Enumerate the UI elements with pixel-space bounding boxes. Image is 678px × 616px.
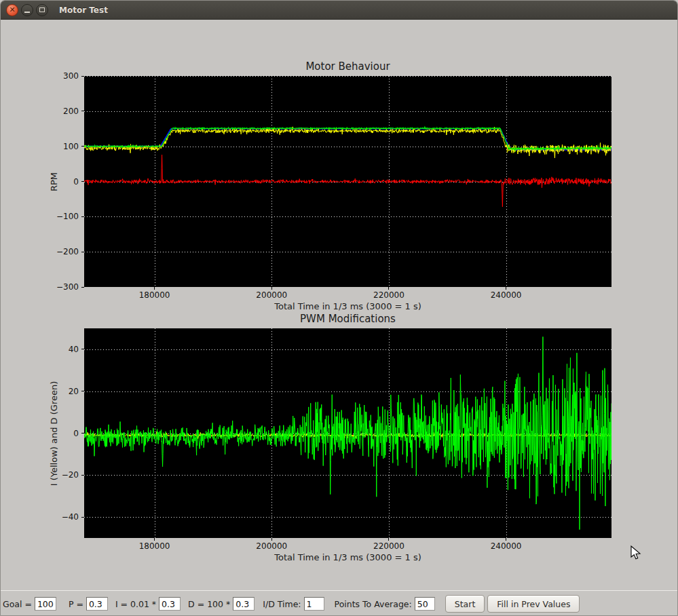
app-window: ✕ Motor Test Motor Behaviour RPM Total T…	[0, 0, 678, 616]
x-axis-label: Total Time in 1/3 ms (3000 = 1 s)	[274, 301, 421, 311]
y-tick-label: −40	[62, 512, 79, 522]
fill-prev-values-button[interactable]: Fill in Prev Values	[487, 595, 580, 613]
y-axis-label: RPM	[49, 172, 59, 191]
y-axis-label: I (Yellow) and D (Green)	[49, 381, 59, 486]
x-tick-label: 220000	[373, 290, 404, 300]
y-tick-mark	[81, 76, 84, 77]
y-tick-label: 300	[63, 71, 79, 81]
x-tick-mark	[506, 287, 506, 290]
id-time-label: I/D Time:	[263, 599, 301, 609]
d-input[interactable]	[233, 597, 255, 611]
y-tick-label: 200	[63, 107, 79, 116]
y-tick-label: 0	[73, 177, 79, 187]
x-tick-mark	[271, 538, 272, 541]
id-time-input[interactable]	[304, 597, 324, 611]
d-label: D = 100 *	[188, 599, 230, 609]
title-bar[interactable]: ✕ Motor Test	[1, 1, 677, 20]
x-tick-label: 200000	[256, 541, 287, 551]
y-tick-mark	[81, 111, 84, 111]
control-bar: Goal = P = I = 0.01 * D = 100 * I/D Time…	[1, 590, 677, 616]
y-tick-mark	[81, 216, 84, 217]
x-tick-label: 240000	[491, 541, 522, 551]
pwm-modifications-chart: PWM Modifications I (Yellow) and D (Gree…	[84, 328, 611, 538]
y-tick-label: 20	[69, 387, 79, 396]
close-icon: ✕	[9, 6, 15, 14]
y-tick-mark	[81, 475, 84, 476]
i-input[interactable]	[159, 597, 181, 611]
x-tick-mark	[154, 287, 155, 290]
points-to-average-label: Points To Average:	[335, 599, 412, 609]
y-tick-label: −20	[62, 470, 79, 480]
p-label: P =	[69, 599, 83, 609]
x-tick-label: 180000	[139, 541, 170, 551]
minimize-button[interactable]	[21, 4, 33, 16]
start-button[interactable]: Start	[445, 595, 485, 613]
y-tick-mark	[81, 517, 84, 518]
x-tick-label: 240000	[491, 290, 522, 300]
y-tick-mark	[81, 252, 84, 252]
x-tick-mark	[388, 538, 389, 541]
chart-title: PWM Modifications	[300, 313, 396, 325]
motor-behaviour-chart: Motor Behaviour RPM Total Time in 1/3 ms…	[84, 76, 611, 287]
y-tick-mark	[81, 146, 84, 147]
goal-input[interactable]	[35, 597, 56, 611]
y-tick-label: 40	[69, 345, 79, 354]
x-tick-mark	[506, 538, 506, 541]
y-tick-label: 100	[63, 142, 79, 151]
x-tick-mark	[271, 287, 272, 290]
x-tick-label: 200000	[256, 290, 287, 300]
maximize-icon	[39, 7, 45, 12]
y-tick-label: −100	[56, 212, 79, 221]
y-tick-label: 0	[73, 429, 79, 438]
window-title: Motor Test	[59, 5, 108, 15]
y-tick-mark	[81, 391, 84, 391]
x-axis-label: Total Time in 1/3 ms (3000 = 1 s)	[274, 552, 421, 562]
y-tick-mark	[81, 181, 84, 182]
y-tick-mark	[81, 433, 84, 434]
chart-title: Motor Behaviour	[305, 60, 390, 73]
close-button[interactable]: ✕	[6, 4, 18, 16]
x-tick-mark	[154, 538, 155, 541]
y-tick-label: −200	[56, 247, 79, 256]
i-label: I = 0.01 *	[115, 599, 156, 609]
y-tick-mark	[81, 349, 84, 349]
mouse-cursor	[630, 545, 641, 563]
pwm-modifications-plot	[84, 328, 611, 538]
x-tick-label: 180000	[139, 290, 170, 300]
maximize-button[interactable]	[36, 4, 48, 16]
points-to-average-input[interactable]	[415, 597, 435, 611]
p-input[interactable]	[86, 597, 108, 611]
motor-behaviour-plot	[84, 76, 611, 287]
x-tick-label: 220000	[373, 541, 404, 551]
y-tick-mark	[81, 287, 84, 288]
y-tick-label: −300	[56, 282, 79, 292]
goal-label: Goal =	[3, 599, 32, 609]
minimize-icon	[24, 12, 30, 13]
x-tick-mark	[388, 287, 389, 290]
